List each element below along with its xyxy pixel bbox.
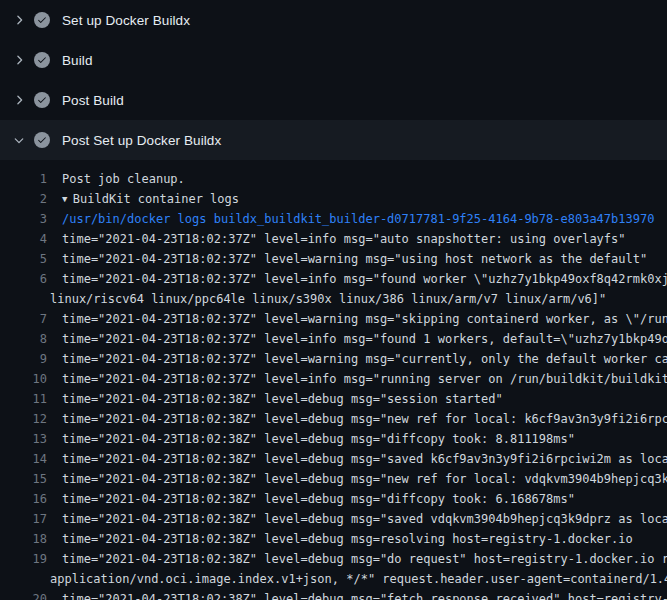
log-line: ▼ application/vnd.oci.image.index.v1+jso… [0,569,667,589]
log-line-text-content: time="2021-04-23T18:02:37Z" level=warnin… [62,352,667,366]
log-line: 3 ▼ /usr/bin/docker logs buildx_buildkit… [0,209,667,229]
log-line-text: ▼ time="2021-04-23T18:02:38Z" level=debu… [47,389,503,409]
log-line-text-content: time="2021-04-23T18:02:38Z" level=debug … [62,412,667,426]
chevron-icon[interactable] [12,133,34,147]
check-circle-icon [34,92,50,108]
log-line: 6 ▼ time="2021-04-23T18:02:37Z" level=in… [0,269,667,289]
log-line-text-content: time="2021-04-23T18:02:38Z" level=debug … [62,512,667,526]
log-line-number[interactable]: 1 [0,169,47,189]
log-line-text: ▼ linux/riscv64 linux/ppc64le linux/s390… [47,289,606,309]
log-line-text-content: time="2021-04-23T18:02:38Z" level=debug … [62,552,667,566]
log-line-number[interactable]: 2 [0,189,47,209]
chevron-icon[interactable] [12,93,34,107]
check-circle-icon [34,132,50,148]
log-line-number[interactable]: 12 [0,409,47,429]
log-line-text: ▼ time="2021-04-23T18:02:38Z" level=debu… [47,549,667,569]
log-line-text-content: time="2021-04-23T18:02:38Z" level=debug … [62,492,575,506]
log-line: 17 ▼ time="2021-04-23T18:02:38Z" level=d… [0,509,667,529]
log-line-number[interactable]: 15 [0,469,47,489]
triangle-down-icon[interactable]: ▼ [62,194,73,204]
log-line-number[interactable]: 11 [0,389,47,409]
log-line: 2 ▼ BuildKit container logs [0,189,667,209]
log-line-number[interactable]: 20 [0,589,47,600]
log-line-text: ▼ time="2021-04-23T18:02:38Z" level=debu… [47,429,575,449]
log-line-text-content: time="2021-04-23T18:02:37Z" level=warnin… [62,252,647,266]
step-label: Build [62,53,93,68]
step-row[interactable]: Build [0,40,667,80]
log-line-number[interactable]: 4 [0,229,47,249]
log-line-text-content: BuildKit container logs [73,192,239,206]
log-line-text: ▼ time="2021-04-23T18:02:37Z" level=info… [47,269,667,289]
log-line: 18 ▼ time="2021-04-23T18:02:38Z" level=d… [0,529,667,549]
workflow-log-viewer: Set up Docker Buildx Build P [0,0,667,600]
log-line-text: ▼ time="2021-04-23T18:02:37Z" level=info… [47,369,667,389]
log-line: 20 ▼ time="2021-04-23T18:02:38Z" level=d… [0,589,667,600]
log-line-text: ▼ time="2021-04-23T18:02:37Z" level=info… [47,329,667,349]
log-line-number[interactable]: 3 [0,209,47,229]
chevron-icon[interactable] [12,53,34,67]
check-circle-icon [34,12,50,28]
log-line-number[interactable] [0,289,47,309]
log-line-text: ▼ BuildKit container logs [47,189,239,209]
log-line: ▼ linux/riscv64 linux/ppc64le linux/s390… [0,289,667,309]
log-line-number[interactable]: 10 [0,369,47,389]
step-label: Post Set up Docker Buildx [62,133,221,148]
log-line: 16 ▼ time="2021-04-23T18:02:38Z" level=d… [0,489,667,509]
log-line-number[interactable]: 14 [0,449,47,469]
log-line: 14 ▼ time="2021-04-23T18:02:38Z" level=d… [0,449,667,469]
log-line-number[interactable]: 7 [0,309,47,329]
log-line-text: ▼ /usr/bin/docker logs buildx_buildkit_b… [47,209,654,229]
log-line: 13 ▼ time="2021-04-23T18:02:38Z" level=d… [0,429,667,449]
check-circle-icon [34,52,50,68]
step-label: Set up Docker Buildx [62,13,190,28]
log-line: 11 ▼ time="2021-04-23T18:02:38Z" level=d… [0,389,667,409]
step-row[interactable]: Post Set up Docker Buildx [0,120,667,160]
log-line: 1 ▼ Post job cleanup. [0,169,667,189]
log-line-text-content: Post job cleanup. [62,172,185,186]
step-label: Post Build [62,93,124,108]
step-row[interactable]: Post Build [0,80,667,120]
log-line-text: ▼ time="2021-04-23T18:02:38Z" level=debu… [47,469,667,489]
log-line-number[interactable]: 19 [0,549,47,569]
chevron-icon[interactable] [12,13,34,27]
log-line-number[interactable]: 16 [0,489,47,509]
log-line-text: ▼ time="2021-04-23T18:02:37Z" level=warn… [47,349,667,369]
log-line-text-content: time="2021-04-23T18:02:38Z" level=debug … [62,452,667,466]
log-area: 1 ▼ Post job cleanup. 2 ▼ BuildKit conta… [0,160,667,600]
log-line-text-content: time="2021-04-23T18:02:37Z" level=info m… [62,332,667,346]
log-line-number[interactable]: 8 [0,329,47,349]
log-line-text-content: time="2021-04-23T18:02:37Z" level=info m… [62,372,667,386]
log-line: 15 ▼ time="2021-04-23T18:02:38Z" level=d… [0,469,667,489]
log-line-number[interactable]: 17 [0,509,47,529]
log-line-number[interactable] [0,569,47,589]
log-line-text-content: time="2021-04-23T18:02:38Z" level=debug … [62,592,667,600]
log-line: 5 ▼ time="2021-04-23T18:02:37Z" level=wa… [0,249,667,269]
step-row[interactable]: Set up Docker Buildx [0,0,667,40]
log-line-text: ▼ time="2021-04-23T18:02:37Z" level=warn… [47,249,647,269]
log-line: 10 ▼ time="2021-04-23T18:02:37Z" level=i… [0,369,667,389]
log-line-text: ▼ time="2021-04-23T18:02:38Z" level=debu… [47,589,667,600]
log-line-text: ▼ time="2021-04-23T18:02:38Z" level=debu… [47,449,667,469]
log-line-text-content: time="2021-04-23T18:02:38Z" level=debug … [62,432,575,446]
steps-list: Set up Docker Buildx Build P [0,0,667,160]
log-line-text-content: time="2021-04-23T18:02:37Z" level=warnin… [62,312,667,326]
log-line: 7 ▼ time="2021-04-23T18:02:37Z" level=wa… [0,309,667,329]
log-line-text-content: application/vnd.oci.image.index.v1+json,… [50,572,667,586]
log-line-text-content: time="2021-04-23T18:02:37Z" level=info m… [62,272,667,286]
log-line-text: ▼ application/vnd.oci.image.index.v1+jso… [47,569,667,589]
log-line-text: ▼ time="2021-04-23T18:02:37Z" level=warn… [47,309,667,329]
log-line: 19 ▼ time="2021-04-23T18:02:38Z" level=d… [0,549,667,569]
log-line-text: ▼ Post job cleanup. [47,169,185,189]
log-line: 12 ▼ time="2021-04-23T18:02:38Z" level=d… [0,409,667,429]
log-line-number[interactable]: 6 [0,269,47,289]
log-line-text-content: time="2021-04-23T18:02:38Z" level=debug … [62,392,503,406]
log-line-text-content: time="2021-04-23T18:02:38Z" level=debug … [62,472,667,486]
log-line-text: ▼ time="2021-04-23T18:02:37Z" level=info… [47,229,626,249]
log-line-number[interactable]: 5 [0,249,47,269]
log-line: 4 ▼ time="2021-04-23T18:02:37Z" level=in… [0,229,667,249]
log-line-number[interactable]: 9 [0,349,47,369]
log-line-number[interactable]: 18 [0,529,47,549]
log-line-number[interactable]: 13 [0,429,47,449]
log-line-text: ▼ time="2021-04-23T18:02:38Z" level=debu… [47,529,633,549]
log-line: 8 ▼ time="2021-04-23T18:02:37Z" level=in… [0,329,667,349]
